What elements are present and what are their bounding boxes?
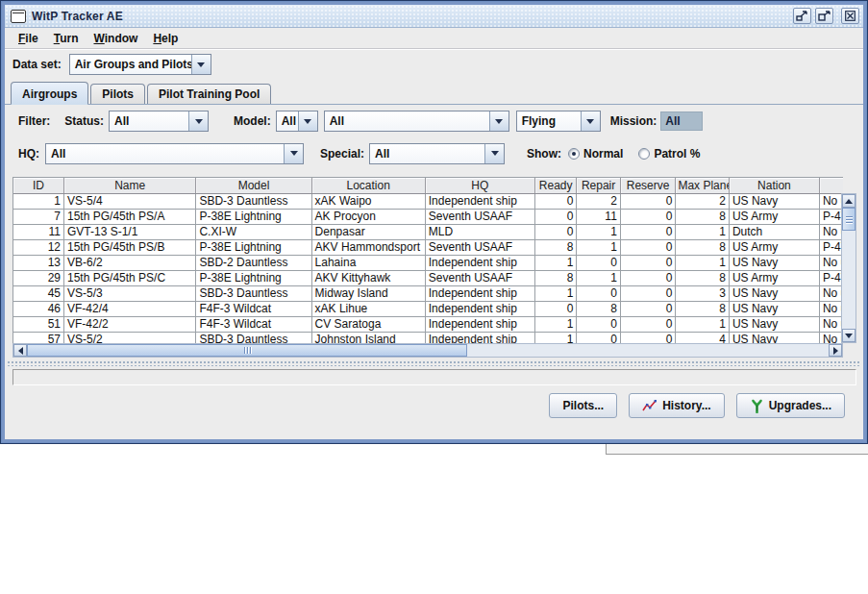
menu-turn[interactable]: Turn <box>46 30 87 47</box>
horizontal-scroll-track[interactable] <box>467 344 829 357</box>
column-header-location[interactable]: Location <box>311 178 425 193</box>
cell-location: Lahaina <box>311 255 425 270</box>
column-header-nation[interactable]: Nation <box>729 178 819 193</box>
upgrades-button[interactable]: Upgrades... <box>736 393 845 418</box>
table-row[interactable]: 1VS-5/4SBD-3 DauntlessxAK WaipoIndepende… <box>13 193 843 209</box>
hq-filter-select[interactable]: All <box>45 143 304 164</box>
tab-airgroups[interactable]: Airgroups <box>11 82 88 105</box>
vertical-scroll-thumb[interactable] <box>842 208 856 231</box>
cell-name: 15th PG/45th PS/C <box>64 270 196 285</box>
chevron-down-icon <box>581 111 600 131</box>
column-header-model[interactable]: Model <box>196 178 311 193</box>
cell-name: VS-5/2 <box>64 332 196 343</box>
table-row[interactable]: 1215th PG/45th PS/BP-38E LightningAKV Ha… <box>13 239 843 255</box>
cell-name: VS-5/4 <box>64 193 196 209</box>
cell-location: AKV Hammondsport <box>311 239 425 255</box>
column-header-hq[interactable]: HQ <box>425 178 534 193</box>
column-header-ready[interactable]: Ready <box>534 178 576 193</box>
action-button-row: Pilots...History...Upgrades... <box>5 385 863 428</box>
table-row[interactable]: 2915th PG/45th PS/CP-38E LightningAKV Ki… <box>13 270 843 285</box>
column-header-id[interactable]: ID <box>13 178 64 193</box>
cell-pdu: P-47D <box>819 239 843 255</box>
table-row[interactable]: 45VS-5/3SBD-3 DauntlessMidway IslandInde… <box>13 285 843 301</box>
table-row[interactable]: 11GVT-13 S-1/1C.XI-WDenpasarMLD0101Dutch… <box>13 224 843 239</box>
cell-model: SBD-3 Dauntless <box>196 193 311 209</box>
status-filter-select[interactable]: All <box>109 111 209 132</box>
vertical-scrollbar[interactable] <box>841 193 856 343</box>
cell-nation: US Army <box>729 209 819 224</box>
model-name-filter-select[interactable]: All <box>324 111 509 132</box>
table-row[interactable]: 51VF-42/2F4F-3 WildcatCV SaratogaIndepen… <box>13 316 843 332</box>
model-filter-select[interactable]: All <box>276 111 318 132</box>
cell-location: Johnston Island <box>311 332 425 343</box>
filter-row: Filter: Status: All Model: All All Flyin… <box>5 105 863 137</box>
menu-window[interactable]: Window <box>86 30 145 47</box>
title-bar[interactable]: WitP Tracker AE <box>5 5 863 28</box>
flying-filter-value: Flying <box>517 111 581 131</box>
table-row[interactable]: 13VB-6/2SBD-2 DauntlessLahainaIndependen… <box>13 255 843 270</box>
table-row[interactable]: 715th PG/45th PS/AP-38E LightningAK Proc… <box>13 209 843 224</box>
pilots-button[interactable]: Pilots... <box>549 393 617 418</box>
split-pane-divider[interactable] <box>7 360 861 366</box>
menu-file[interactable]: File <box>11 30 46 47</box>
cell-reserve: 0 <box>620 316 676 332</box>
close-button[interactable] <box>841 8 859 24</box>
tab-strip: AirgroupsPilotsPilot Training Pool <box>5 80 863 105</box>
column-header-reserve[interactable]: Reserve <box>620 178 676 193</box>
cell-ready: 0 <box>534 193 576 209</box>
cell-nation: US Army <box>729 270 819 285</box>
minimize-icon <box>796 11 808 21</box>
show-option-normal[interactable]: Normal <box>568 147 623 161</box>
tab-pilots[interactable]: Pilots <box>90 84 145 104</box>
chevron-down-icon <box>298 111 317 131</box>
cell-hq: Independent ship <box>425 332 534 343</box>
column-header-max-planes[interactable]: Max Planes <box>676 178 730 193</box>
scroll-down-button[interactable] <box>842 329 856 342</box>
cell-pdu: No up <box>819 332 843 343</box>
cell-max-planes: 8 <box>676 301 730 316</box>
triangle-left-icon <box>18 347 23 355</box>
menu-bar: FileTurnWindowHelp <box>5 28 863 49</box>
history-button[interactable]: History... <box>629 393 724 418</box>
tab-pilot-training-pool[interactable]: Pilot Training Pool <box>147 84 271 104</box>
horizontal-scroll-thumb[interactable] <box>27 344 467 357</box>
cell-repair: 0 <box>577 285 620 301</box>
column-header-name[interactable]: Name <box>64 178 196 193</box>
cell-max-planes: 4 <box>676 332 730 343</box>
scroll-up-button[interactable] <box>842 194 856 208</box>
chevron-down-icon <box>188 111 208 131</box>
cell-ready: 1 <box>534 255 576 270</box>
scroll-left-button[interactable] <box>13 344 27 357</box>
horizontal-scrollbar[interactable] <box>12 343 843 358</box>
cell-pdu: No up <box>819 224 843 239</box>
menu-help[interactable]: Help <box>145 30 186 47</box>
minimize-button[interactable] <box>793 8 811 24</box>
vertical-scroll-track[interactable] <box>842 231 856 329</box>
maximize-button[interactable] <box>815 8 833 24</box>
table-row[interactable]: 57VS-5/2SBD-3 DauntlessJohnston IslandIn… <box>13 332 843 343</box>
cell-reserve: 0 <box>620 301 676 316</box>
filter-label: Filter: <box>18 114 50 128</box>
column-header-pdu[interactable]: PDU <box>819 178 843 193</box>
scroll-right-button[interactable] <box>829 344 842 357</box>
cell-name: GVT-13 S-1/1 <box>64 224 196 239</box>
cell-repair: 8 <box>577 301 620 316</box>
table-row[interactable]: 46VF-42/4F4F-3 WildcatxAK LihueIndepende… <box>13 301 843 316</box>
cell-pdu: No up <box>819 301 843 316</box>
cell-hq: MLD <box>425 224 534 239</box>
triangle-down-icon <box>845 334 853 338</box>
show-option-patrol[interactable]: Patrol % <box>638 147 700 161</box>
flying-filter-select[interactable]: Flying <box>516 111 601 132</box>
radio-label: Patrol % <box>654 147 700 161</box>
cell-name: VF-42/4 <box>64 301 196 316</box>
dataset-select[interactable]: Air Groups and Pilots <box>69 54 211 75</box>
mission-filter-field[interactable]: All <box>660 111 703 131</box>
cell-reserve: 0 <box>620 193 676 209</box>
column-header-repair[interactable]: Repair <box>577 178 620 193</box>
cell-location: CV Saratoga <box>311 316 425 332</box>
table-viewport: IDNameModelLocationHQReadyRepairReserveM… <box>12 177 843 343</box>
cell-reserve: 0 <box>620 239 676 255</box>
special-label: Special: <box>320 147 364 161</box>
cell-hq: Independent ship <box>425 193 534 209</box>
special-filter-select[interactable]: All <box>369 143 505 164</box>
